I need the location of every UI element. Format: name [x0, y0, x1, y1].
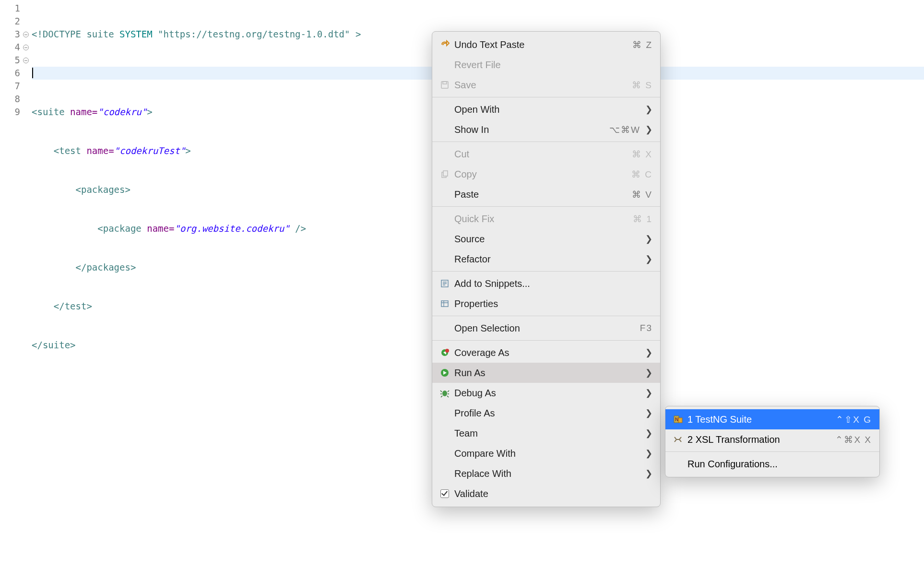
menu-debug-as[interactable]: Debug As ❯ — [432, 383, 660, 403]
menu-profile-as[interactable]: Profile As ❯ — [432, 403, 660, 423]
menu-label: Add to Snippets... — [454, 278, 652, 289]
chevron-right-icon: ❯ — [645, 388, 652, 398]
menu-undo[interactable]: Undo Text Paste ⌘ Z — [432, 35, 660, 55]
menu-coverage-as[interactable]: Coverage As ❯ — [432, 343, 660, 363]
menu-add-to-snippets[interactable]: Add to Snippets... — [432, 273, 660, 294]
fold-marker — [23, 80, 32, 93]
menu-separator — [432, 142, 660, 142]
snippets-icon — [438, 279, 451, 288]
menu-label: Paste — [454, 189, 628, 200]
menu-label: Replace With — [454, 468, 640, 479]
menu-label: Coverage As — [454, 347, 640, 358]
token — [32, 301, 54, 311]
context-menu[interactable]: Undo Text Paste ⌘ Z Revert File Save ⌘ S… — [432, 31, 661, 507]
menu-shortcut: ⌃⇧X G — [836, 414, 872, 425]
menu-validate[interactable]: Validate — [432, 484, 660, 504]
menu-compare-with[interactable]: Compare With ❯ — [432, 443, 660, 463]
menu-label: Properties — [454, 298, 652, 309]
testng-icon: N — [671, 415, 685, 424]
token: > — [185, 145, 190, 156]
submenu-testng-suite[interactable]: N 1 TestNG Suite ⌃⇧X G — [665, 409, 879, 429]
menu-paste[interactable]: Paste ⌘ V — [432, 184, 660, 204]
fold-marker — [23, 67, 32, 80]
token: name= — [65, 107, 98, 117]
token: "https://testng.org/testng-1.0.dtd" — [158, 29, 350, 39]
svg-rect-3 — [443, 171, 448, 176]
menu-shortcut: ⌘ V — [632, 189, 652, 200]
properties-icon — [438, 299, 451, 308]
token: "codekru" — [97, 107, 147, 117]
chevron-right-icon: ❯ — [645, 428, 652, 439]
line-number: 9 — [0, 106, 20, 119]
chevron-right-icon: ❯ — [645, 124, 652, 135]
menu-show-in[interactable]: Show In ⌥⌘W ❯ — [432, 119, 660, 140]
menu-separator — [432, 316, 660, 316]
menu-label: Quick Fix — [454, 213, 629, 225]
token — [32, 184, 76, 195]
menu-properties[interactable]: Properties — [432, 294, 660, 314]
chevron-right-icon: ❯ — [645, 468, 652, 479]
menu-open-selection[interactable]: Open Selection F3 — [432, 318, 660, 338]
menu-label: Revert File — [454, 59, 652, 71]
text-cursor — [32, 68, 33, 78]
token — [32, 262, 76, 273]
menu-label: Team — [454, 428, 640, 439]
menu-quick-fix: Quick Fix ⌘ 1 — [432, 209, 660, 229]
menu-separator — [432, 340, 660, 341]
svg-point-7 — [445, 349, 449, 353]
menu-team[interactable]: Team ❯ — [432, 423, 660, 443]
run-as-submenu[interactable]: N 1 TestNG Suite ⌃⇧X G 2 XSL Transformat… — [665, 406, 880, 477]
line-number-gutter: 1 2 3 4 5 6 7 8 9 — [0, 0, 23, 569]
token: <test — [54, 145, 81, 156]
fold-marker[interactable] — [23, 54, 32, 67]
token — [32, 145, 54, 156]
line-number: 4 — [0, 41, 20, 54]
submenu-run-configurations[interactable]: Run Configurations... — [665, 454, 879, 474]
menu-label: 2 XSL Transformation — [687, 434, 831, 445]
fold-marker — [23, 93, 32, 106]
chevron-right-icon: ❯ — [645, 347, 652, 358]
menu-open-with[interactable]: Open With ❯ — [432, 99, 660, 119]
menu-save: Save ⌘ S — [432, 75, 660, 95]
line-number: 5 — [0, 54, 20, 67]
menu-replace-with[interactable]: Replace With ❯ — [432, 463, 660, 484]
menu-source[interactable]: Source ❯ — [432, 229, 660, 249]
svg-point-9 — [442, 391, 447, 396]
chevron-right-icon: ❯ — [645, 254, 652, 264]
token — [32, 223, 97, 234]
fold-marker[interactable] — [23, 28, 32, 41]
menu-shortcut: ⌘ C — [631, 169, 652, 180]
svg-text:N: N — [675, 417, 678, 422]
token: suite — [81, 29, 119, 39]
svg-rect-0 — [441, 82, 448, 88]
save-icon — [438, 81, 451, 89]
menu-label: Show In — [454, 124, 605, 135]
token: "codekruTest" — [114, 145, 186, 156]
menu-shortcut: ⌃⌘X X — [835, 434, 872, 445]
line-number: 8 — [0, 93, 20, 106]
menu-refactor[interactable]: Refactor ❯ — [432, 249, 660, 269]
menu-run-as[interactable]: Run As ❯ — [432, 363, 660, 383]
menu-label: Profile As — [454, 408, 640, 419]
chevron-right-icon: ❯ — [645, 367, 652, 378]
menu-copy: Copy ⌘ C — [432, 164, 660, 184]
menu-separator — [665, 451, 879, 452]
menu-shortcut: ⌘ Z — [632, 39, 652, 50]
menu-label: Source — [454, 234, 640, 245]
svg-rect-1 — [443, 82, 447, 84]
undo-icon — [438, 40, 451, 49]
menu-label: Open Selection — [454, 323, 636, 334]
line-number: 3 — [0, 28, 20, 41]
submenu-xsl-transformation[interactable]: 2 XSL Transformation ⌃⌘X X — [665, 429, 879, 450]
menu-label: Run Configurations... — [687, 459, 872, 470]
menu-shortcut: ⌘ 1 — [633, 213, 652, 225]
menu-label: Validate — [454, 488, 652, 499]
line-number: 7 — [0, 80, 20, 93]
chevron-right-icon: ❯ — [645, 448, 652, 459]
menu-revert-file: Revert File — [432, 55, 660, 75]
token: > — [350, 29, 361, 39]
token: /> — [290, 223, 306, 234]
xsl-icon — [671, 435, 685, 444]
fold-marker[interactable] — [23, 41, 32, 54]
copy-icon — [438, 170, 451, 178]
